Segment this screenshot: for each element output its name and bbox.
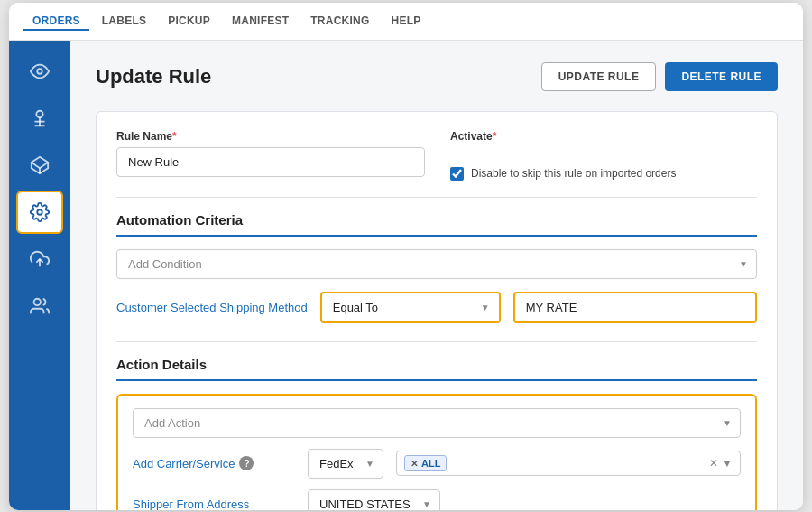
shipper-address-row: Shipper From Address UNITED STATES ▼: [133, 489, 741, 510]
nav-labels[interactable]: LABELS: [93, 11, 155, 31]
header-buttons: UPDATE RULE DELETE RULE: [541, 62, 778, 91]
divider: [116, 197, 757, 198]
fedex-dropdown[interactable]: FedEx ▼: [308, 449, 383, 479]
nav-manifest[interactable]: MANIFEST: [223, 11, 298, 31]
tag-chevron-icon[interactable]: ▼: [722, 457, 733, 470]
action-details-box: Add Action ▼ Add Carrier/Service ?: [116, 394, 757, 510]
tag-controls[interactable]: ✕ ▼: [709, 457, 733, 470]
nav-pickup[interactable]: PICKUP: [159, 11, 219, 31]
sidebar-eye[interactable]: [16, 50, 63, 93]
equal-to-dropdown[interactable]: Equal To ▼: [320, 292, 501, 323]
svg-point-1: [36, 110, 42, 116]
sidebar-gear[interactable]: [16, 191, 63, 234]
shipper-select[interactable]: UNITED STATES: [308, 489, 440, 510]
activate-group: Activate* Disable to skip this rule on i…: [450, 130, 757, 181]
action-details-title: Action Details: [116, 357, 757, 381]
rule-name-group: Rule Name*: [116, 130, 425, 181]
rule-name-label: Rule Name*: [116, 130, 425, 143]
carrier-service-row: Add Carrier/Service ? FedEx ▼: [133, 449, 741, 479]
divider2: [116, 341, 757, 342]
page-title: Update Rule: [96, 65, 211, 88]
help-icon[interactable]: ?: [239, 456, 254, 470]
shipper-label: Shipper From Address: [133, 498, 295, 510]
criteria-condition-label: Customer Selected Shipping Method: [116, 301, 308, 314]
sidebar-cloud[interactable]: [16, 237, 63, 281]
rule-name-row: Rule Name* Activate* Disable to skip thi…: [116, 130, 757, 181]
add-condition-select[interactable]: Add Condition: [116, 249, 757, 279]
action-details-section: Action Details Add Action ▼ Add: [116, 357, 757, 510]
nav-tracking[interactable]: TRACKING: [301, 11, 378, 31]
svg-point-9: [34, 298, 41, 304]
sidebar-box[interactable]: [16, 144, 63, 187]
activate-row: Disable to skip this rule on imported or…: [450, 167, 757, 181]
top-nav: ORDERS LABELS PICKUP MANIFEST TRACKING H…: [9, 3, 803, 41]
delete-rule-button[interactable]: DELETE RULE: [665, 62, 778, 91]
nav-orders[interactable]: ORDERS: [23, 11, 89, 31]
activate-text: Disable to skip this rule on imported or…: [471, 167, 676, 180]
add-condition-dropdown[interactable]: Add Condition ▼: [116, 249, 757, 279]
update-rule-button[interactable]: UPDATE RULE: [541, 62, 657, 91]
svg-point-0: [37, 69, 42, 74]
rule-name-input[interactable]: [116, 147, 425, 177]
carrier-service-label: Add Carrier/Service ?: [133, 456, 295, 470]
nav-help[interactable]: HELP: [383, 11, 430, 31]
carrier-tag-all: ✕ ALL: [404, 455, 447, 471]
sidebar-users[interactable]: [16, 284, 63, 328]
condition-value-input[interactable]: [513, 292, 757, 323]
add-action-select[interactable]: Add Action: [133, 408, 741, 438]
activate-checkbox[interactable]: [450, 167, 464, 181]
add-action-dropdown[interactable]: Add Action ▼: [133, 408, 741, 438]
automation-criteria-title: Automation Criteria: [116, 212, 757, 237]
svg-point-7: [37, 209, 42, 215]
tag-close-icon[interactable]: ✕: [411, 459, 418, 469]
tag-x-icon[interactable]: ✕: [709, 457, 718, 470]
fedex-select[interactable]: FedEx: [308, 449, 383, 479]
carrier-tag-container[interactable]: ✕ ALL ✕ ▼: [396, 451, 741, 476]
activate-label: Activate*: [450, 130, 757, 143]
equal-to-select[interactable]: Equal To: [322, 293, 499, 321]
page-header: Update Rule UPDATE RULE DELETE RULE: [96, 62, 778, 91]
sidebar: [9, 41, 70, 510]
sidebar-person[interactable]: [16, 97, 63, 140]
automation-criteria-section: Automation Criteria Add Condition ▼ Cust…: [116, 212, 757, 323]
content-area: Update Rule UPDATE RULE DELETE RULE Rule…: [70, 41, 803, 510]
shipper-dropdown[interactable]: UNITED STATES ▼: [308, 489, 440, 510]
criteria-condition-row: Customer Selected Shipping Method Equal …: [116, 292, 757, 323]
main-card: Rule Name* Activate* Disable to skip thi…: [96, 111, 778, 510]
